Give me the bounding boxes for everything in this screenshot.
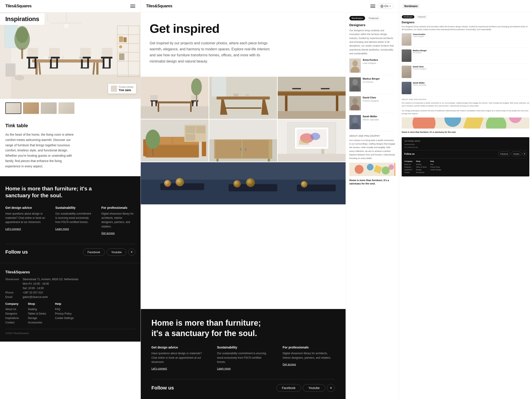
svg-rect-77 [225,107,261,108]
nav-accessories[interactable]: Accessories [28,321,46,324]
showroom-address: Steenstraat 71, Arnhem, 6828 CD, Netherl… [23,278,135,281]
right-social-buttons: Facebook Youtube × [276,384,335,392]
svg-rect-74 [216,96,270,99]
facebook-button-left[interactable]: Facebook [83,248,105,256]
nav-privacy[interactable]: Privacy Policy [55,312,74,315]
hamburger-menu-left[interactable] [130,5,135,8]
rp-company-title: Company [404,160,412,162]
svg-rect-66 [151,95,158,101]
table2-scene-svg [278,77,346,119]
nav-left: Tiles&Squares [0,0,140,13]
tag-icon [111,86,117,92]
svg-rect-44 [119,36,123,42]
rf-sustain-cta[interactable]: Learn more [217,367,231,370]
product-tag[interactable]: Product shown Tink table [108,84,136,94]
nav-faq[interactable]: FAQ [55,308,74,311]
footer-columns: Get design advice Have questions about d… [5,206,135,235]
svg-rect-21 [28,67,36,69]
nav-middle-icons: EN [370,3,393,9]
rp-help-nav: Help FAQPrivacy PolicyCookie Settings [430,160,441,174]
designer-name-4: Sarah Müller [363,115,395,118]
middle-panel: Tiles&Squares EN [141,0,399,399]
svg-point-138 [352,79,358,85]
footer-col-sustain-cta[interactable]: Learn more [55,228,69,231]
nav-about-us[interactable]: About Us [5,308,19,311]
nav-cookies[interactable]: Cookie Settings [55,317,74,320]
svg-rect-61 [158,103,159,112]
rp-x-btn[interactable]: × [522,152,527,156]
nav-tables-desks[interactable]: Tables & Desks [28,312,46,315]
footer-tagline-left: Home is more than furniture; it's a sanc… [5,185,112,199]
tab-featured[interactable]: Featured [367,16,381,20]
rp-name-2: Markus Berger [413,50,427,52]
svg-rect-114 [209,120,277,139]
follow-section-left: Follow us Facebook Youtube × [5,244,135,256]
rp-section-title: Designers [402,21,529,24]
hardware-scene-svg [141,162,346,204]
svg-rect-68 [192,101,193,106]
brand-logo-middle[interactable]: Tiles&Squares [146,4,172,8]
globe-button-middle[interactable]: EN [378,3,393,9]
svg-rect-64 [151,101,152,106]
rp-footer-content-label: Get design advice [404,140,527,142]
tag-text: Product shown Tink table [119,86,133,92]
social-buttons-left: Facebook Youtube × [83,248,135,256]
tab-nordmann[interactable]: Nordmann [349,16,365,20]
rp-fb-btn[interactable]: Facebook [498,152,510,156]
nav-designers[interactable]: Designers [5,312,19,315]
rp-company-links: About UsDesignersInspirationsContact [404,163,412,174]
social-close-left[interactable]: × [128,248,135,256]
rp-artwork [402,117,529,129]
brand-logo-left[interactable]: Tiles&Squares [5,4,32,8]
middle-content-area: Get inspired Get inspired by our project… [141,13,399,399]
svg-rect-59 [141,106,209,119]
hamburger-menu-middle[interactable] [370,5,375,8]
rp-info-2: Markus Berger Art Director [413,50,427,54]
footer-col-pro-title: For professionals [101,206,135,209]
rp-yt-btn[interactable]: Youtube [511,152,521,156]
right-panel-tabs: Nordmann Featured [402,15,529,19]
rp-mission-label: About and philosophy [402,98,529,101]
svg-rect-45 [123,37,127,42]
shelf-scene-svg [209,120,277,162]
nav-middle: Tiles&Squares EN [141,0,399,13]
svg-rect-100 [196,126,205,133]
social-close-right[interactable]: × [327,384,335,392]
svg-rect-106 [242,140,269,158]
hamburger-line [130,7,135,8]
rp-help-links: FAQPrivacy PolicyCookie Settings [430,163,441,171]
footer-col-pro-cta[interactable]: Get access [101,232,115,235]
rf-pro-cta[interactable]: Get access [283,363,296,366]
youtube-button-right[interactable]: Youtube [303,384,325,392]
sidebar-artwork-svg [350,163,395,176]
svg-rect-69 [196,101,197,106]
nav-inspirations[interactable]: Inspirations [5,317,19,320]
thumbnail-2[interactable] [23,102,39,114]
thumbnail-3[interactable] [41,102,57,114]
photo-cell-shelf [209,120,277,162]
nav-contact[interactable]: Contact [5,321,19,324]
svg-rect-60 [155,101,194,103]
youtube-button-left[interactable]: Youtube [107,248,126,256]
svg-point-71 [191,78,202,95]
nav-seating[interactable]: Seating [28,308,46,311]
svg-point-153 [412,117,436,129]
rp-tab-2[interactable]: Featured [416,15,427,19]
photo-cell-art [278,120,346,162]
thumbnail-1[interactable] [5,102,21,114]
footer-nav-cols-left: Company About Us Designers Inspirations … [5,302,135,325]
rf-pro-desc: Digital showroom library for architects,… [283,351,335,360]
svg-rect-18 [27,57,38,58]
designer-name-1: Anna Kovács [363,58,395,61]
footer-col-sustain-title: Sustainability [55,206,93,209]
footer-col-design-cta[interactable]: Let's connect [5,228,21,231]
rp-mission-text: Our mission is to bring back a tactile c… [402,101,529,108]
svg-rect-122 [278,154,346,162]
thumbnail-4[interactable] [58,102,75,114]
nav-storage[interactable]: Storage [28,317,46,320]
rf-design-cta[interactable]: Let's connect [151,367,167,370]
svg-rect-79 [246,94,249,96]
rp-tab-1[interactable]: Nordmann [402,15,415,19]
facebook-button-right[interactable]: Facebook [276,384,301,392]
photo-cell-table2 [278,77,346,119]
